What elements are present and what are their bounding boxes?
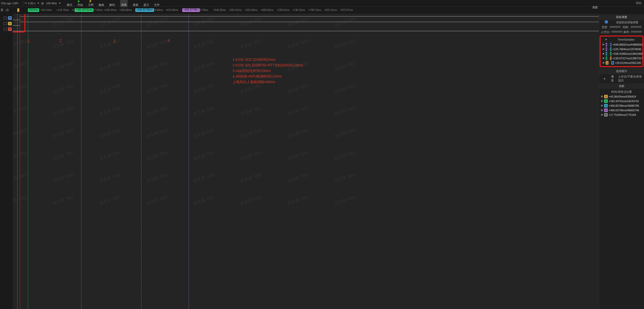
freq-select[interactable]: 100 MHz xyxy=(46,2,57,5)
marker-1[interactable]: 6424ms xyxy=(28,8,39,12)
watermark: 史文涛 7091 xyxy=(52,194,75,206)
close-icon[interactable]: ✕ xyxy=(601,108,603,112)
edge-title: 边沿统计 xyxy=(599,68,644,74)
cursor-3[interactable] xyxy=(141,14,141,309)
close-icon[interactable]: ✕ xyxy=(602,57,605,60)
channel-1[interactable]: 1 xyxy=(0,21,13,26)
watermark: 史文涛 7091 xyxy=(193,83,216,95)
tb-file[interactable]: 文件 xyxy=(154,0,160,7)
watermark: 史文涛 7091 xyxy=(334,194,356,206)
cursor-1[interactable] xyxy=(17,14,18,309)
time-ruler[interactable]: 6424ms +182.43741ms +340.85706ms +466.63… xyxy=(13,8,599,14)
watermark: 史文涛 7091 xyxy=(240,150,262,162)
add-meas[interactable]: ＋ Time/Samples xyxy=(601,37,642,42)
watermark: 史文涛 7091 xyxy=(146,128,169,139)
cursor-row[interactable]: ✕ 2 +182.43741ms/18243741 xyxy=(599,99,644,103)
watermark: 史文涛 7091 xyxy=(287,128,309,139)
anno-line: 2.K230 SPL启动时间+RTT初始化时间139ms xyxy=(233,62,303,68)
watermark: 史文涛 7091 xyxy=(13,128,28,139)
watermark: 史文涛 7091 xyxy=(193,128,216,139)
dropdown-caret[interactable]: ▾ xyxy=(38,2,39,5)
tb-measure[interactable]: 测量 xyxy=(120,0,128,7)
close-icon[interactable]: ✕ xyxy=(602,47,605,51)
cursor-row[interactable]: ✕ 5 +17.75184ms/1775184 xyxy=(599,113,644,117)
tick: +124.70ms xyxy=(56,9,69,11)
plus-icon[interactable]: ＋ xyxy=(601,76,608,81)
tb-search[interactable]: 搜索 xyxy=(133,0,138,7)
tick: 374.09ms xyxy=(152,9,163,11)
cursor-value: +182.43741ms/18243741 xyxy=(609,100,639,103)
cursor-chip: 1 xyxy=(604,95,608,98)
tb-trigger[interactable]: 触发 xyxy=(99,0,104,7)
chip-a: 4 xyxy=(606,47,607,51)
cursor-2[interactable] xyxy=(81,14,81,309)
ch0-high xyxy=(20,16,599,16)
close-icon[interactable]: ✕ xyxy=(601,95,603,98)
watermark: 史文涛 7091 xyxy=(13,83,28,95)
watermark: 史文涛 7091 xyxy=(240,194,262,206)
waveform-area[interactable]: 1 2 3 4 1.K230 SOC启动时间25ms 2.K230 SPL启动时… xyxy=(13,14,599,309)
dropdown-caret[interactable]: ▾ xyxy=(59,2,61,5)
scissors-icon[interactable]: ✂ xyxy=(25,2,27,5)
duration-select[interactable]: 2.00 s xyxy=(28,2,36,5)
close-icon[interactable]: ✕ xyxy=(602,52,605,56)
enable-mouse-row[interactable]: 使能鼠标跟随测量 xyxy=(599,20,644,25)
tb-instant[interactable]: ⚡立即 xyxy=(88,0,94,7)
signal-icon xyxy=(4,22,7,25)
watermark: 史文涛 7091 xyxy=(240,38,262,50)
signal-icon xyxy=(4,17,7,19)
meas-row[interactable]: ✕ 3 - 2 +158.41965ms/15841965 xyxy=(601,51,642,56)
close-icon[interactable]: ✕ xyxy=(601,113,603,117)
chip-b: 1 xyxy=(610,57,612,60)
plus-icon[interactable]: ＋ xyxy=(602,37,610,42)
cursor-row[interactable]: ✕ 4 +466.63746ms/46663746 xyxy=(599,108,644,113)
meas-row[interactable]: ✕ 4 - 5 +448.88562ms/44888562 xyxy=(601,42,642,47)
watermark: 史文涛 7091 xyxy=(99,128,122,139)
close-icon[interactable]: ✕ xyxy=(602,43,605,46)
anno-line: 4.AE收敛+KPU检测时间125ms xyxy=(233,74,303,79)
cursor-value: +17.75184ms/1775184 xyxy=(609,113,636,116)
meas-row[interactable]: ✕ 4 - 3 +125.7804ms/12578040 xyxy=(601,47,642,51)
watermark: 史文涛 7091 xyxy=(193,61,216,72)
tb-display[interactable]: 显示 xyxy=(143,0,149,7)
chip-b: 5 xyxy=(610,43,612,46)
close-icon[interactable]: ✕ xyxy=(601,104,603,107)
cursor-row[interactable]: ✕ 1 +43.36424ms/4336424 xyxy=(599,94,644,99)
watermark: 史文涛 7091 xyxy=(52,38,75,50)
cursor-row[interactable]: ✕ 3 +340.85706ms/34085706 xyxy=(599,103,644,108)
marker-3[interactable]: +340.85706ms xyxy=(135,8,154,12)
tb-mode[interactable]: 模式 xyxy=(67,0,72,7)
watermark: 史文涛 7091 xyxy=(99,150,122,162)
num-3: 3 xyxy=(113,39,115,44)
tb-start[interactable]: ▶开始 xyxy=(77,0,83,7)
ts-header: Time/Samples xyxy=(611,38,641,41)
close-icon[interactable]: ✕ xyxy=(602,61,605,65)
help-link[interactable]: 帮助 xyxy=(636,1,641,5)
marker-orange[interactable] xyxy=(17,8,19,12)
top-toolbar: DSLogic U3Pr ✂ 2.00 s ▾ @ 100 MHz ▾ 模式 ▶… xyxy=(0,0,644,7)
cursor-trigger[interactable] xyxy=(20,14,20,309)
checkbox-icon[interactable] xyxy=(605,21,608,23)
marker-2[interactable]: +182.43741ms xyxy=(75,8,93,12)
cursor-sub: 时间/采样点位置 xyxy=(599,89,644,94)
channel-0[interactable]: 0 xyxy=(0,15,13,21)
edge-header: ＋ 通道 上升沿/下降沿/所有边沿 xyxy=(599,74,644,83)
meas-row[interactable]: ✕ 1 - 5 +25.6124ms/2561240 xyxy=(601,61,642,65)
tb-decode[interactable]: 解码 xyxy=(109,0,115,7)
watermark: 史文涛 7091 xyxy=(287,194,309,206)
ch2-line xyxy=(13,31,599,31)
chip-b: 5 xyxy=(611,61,614,65)
watermark: 史文涛 7091 xyxy=(52,105,75,117)
num-1: 1 xyxy=(27,39,30,44)
close-icon[interactable]: ✕ xyxy=(601,99,603,103)
channel-2[interactable]: 2 xyxy=(0,26,13,32)
watermark: 史文涛 7091 xyxy=(99,38,122,50)
watermark: 史文涛 7091 xyxy=(146,38,169,50)
meas-row[interactable]: ✕ 2 - 1 +139.07317ms/13907317 xyxy=(601,56,642,61)
cursor-title: 光标 xyxy=(599,83,644,89)
watermark: 史文涛 7091 xyxy=(193,38,216,50)
cursor-4[interactable] xyxy=(189,14,189,309)
watermark: 史文涛 7091 xyxy=(146,105,169,117)
cursor-1b[interactable] xyxy=(28,14,28,309)
watermark: 史文涛 7091 xyxy=(193,105,216,117)
